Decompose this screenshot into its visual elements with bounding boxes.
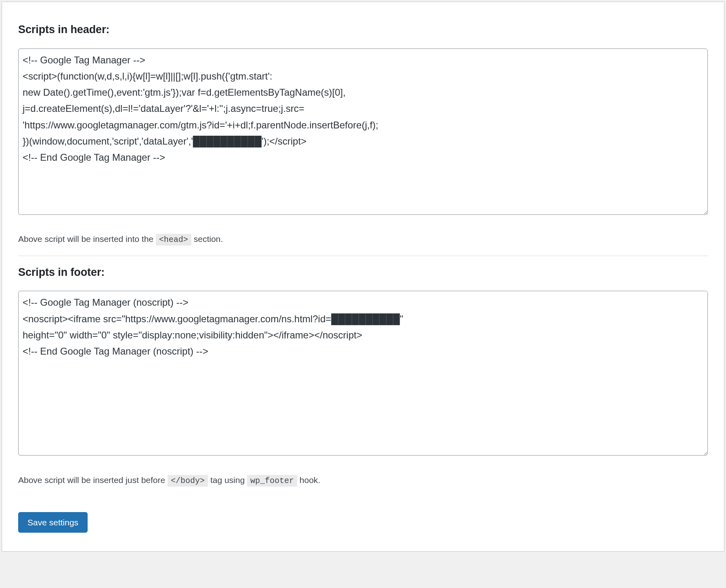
footer-scripts-textarea[interactable] xyxy=(18,291,708,456)
header-scripts-helper: Above script will be inserted into the <… xyxy=(18,233,708,246)
save-settings-button[interactable]: Save settings xyxy=(18,512,88,533)
header-helper-suffix: section. xyxy=(194,234,223,244)
footer-helper-suffix: hook. xyxy=(300,475,320,485)
settings-panel: Scripts in header: Above script will be … xyxy=(2,2,724,552)
header-helper-code: <head> xyxy=(156,234,191,246)
header-scripts-heading: Scripts in header: xyxy=(18,21,708,38)
footer-helper-code-hook: wp_footer xyxy=(247,475,297,487)
footer-scripts-helper: Above script will be inserted just befor… xyxy=(18,474,708,487)
footer-helper-mid: tag using xyxy=(210,475,247,485)
footer-helper-prefix: Above script will be inserted just befor… xyxy=(18,475,168,485)
page-root: Scripts in header: Above script will be … xyxy=(0,0,726,588)
header-scripts-textarea[interactable] xyxy=(18,48,708,215)
section-divider xyxy=(18,256,708,256)
footer-scripts-heading: Scripts in footer: xyxy=(18,264,708,281)
header-helper-prefix: Above script will be inserted into the xyxy=(18,234,156,244)
footer-helper-code-body: </body> xyxy=(168,475,208,487)
